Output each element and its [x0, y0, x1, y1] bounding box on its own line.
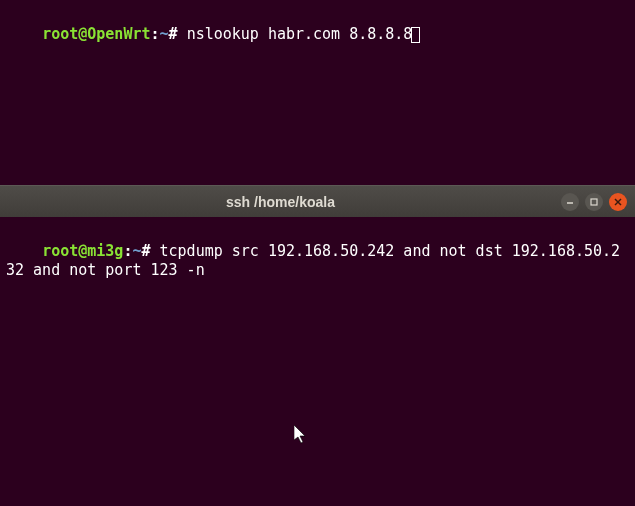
minimize-button[interactable] — [561, 193, 579, 211]
window-titlebar[interactable]: ssh /home/koala — [0, 185, 635, 217]
window-buttons — [561, 193, 635, 211]
text-cursor — [411, 27, 420, 43]
minimize-icon — [566, 198, 574, 206]
window-title: ssh /home/koala — [0, 194, 561, 210]
prompt-hash-top: # — [169, 25, 187, 43]
terminal-top-line: root@OpenWrt:~# nslookup habr.com 8.8.8.… — [6, 6, 629, 62]
terminal-top[interactable]: root@OpenWrt:~# nslookup habr.com 8.8.8.… — [0, 0, 635, 185]
prompt-hash-bottom: # — [141, 242, 159, 260]
maximize-icon — [590, 198, 598, 206]
prompt-user-bottom: root@mi3g — [42, 242, 123, 260]
prompt-path-top: ~ — [160, 25, 169, 43]
svg-rect-1 — [591, 199, 597, 205]
maximize-button[interactable] — [585, 193, 603, 211]
prompt-user-top: root@OpenWrt — [42, 25, 150, 43]
close-icon — [614, 198, 622, 206]
terminal-bottom-line: root@mi3g:~# tcpdump src 192.168.50.242 … — [6, 223, 629, 298]
terminal-bottom[interactable]: root@mi3g:~# tcpdump src 192.168.50.242 … — [0, 217, 635, 506]
close-button[interactable] — [609, 193, 627, 211]
command-top: nslookup habr.com 8.8.8.8 — [187, 25, 413, 43]
prompt-colon-top: : — [151, 25, 160, 43]
